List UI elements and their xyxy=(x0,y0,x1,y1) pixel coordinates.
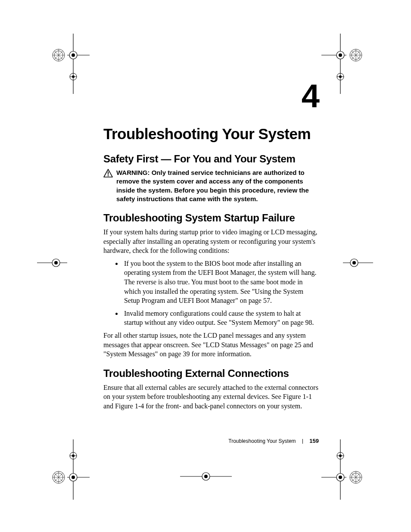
paragraph: If your system halts during startup prio… xyxy=(103,227,319,255)
svg-point-23 xyxy=(352,51,360,59)
section-heading: Troubleshooting System Startup Failure xyxy=(103,212,319,224)
page-footer: Troubleshooting Your System 159 xyxy=(103,438,319,444)
svg-point-57 xyxy=(336,473,344,481)
svg-point-43 xyxy=(54,473,63,482)
svg-point-67 xyxy=(108,175,109,176)
svg-point-33 xyxy=(352,261,356,264)
page-number: 159 xyxy=(309,438,319,444)
registration-mark-bottom-right xyxy=(321,439,364,500)
section-heading: Troubleshooting External Connections xyxy=(103,367,319,380)
svg-point-18 xyxy=(337,73,344,80)
svg-point-59 xyxy=(350,471,362,483)
svg-point-38 xyxy=(72,454,75,457)
page-content: 4 Troubleshooting Your System Safety Fir… xyxy=(103,80,319,420)
svg-line-47 xyxy=(54,473,63,482)
svg-line-4 xyxy=(54,51,63,59)
list-item: Invalid memory configurations could caus… xyxy=(122,309,319,327)
svg-point-21 xyxy=(339,75,342,78)
svg-point-41 xyxy=(72,476,75,479)
registration-mark-bottom-left xyxy=(51,439,90,500)
svg-line-46 xyxy=(54,473,63,482)
svg-point-42 xyxy=(53,471,65,483)
bullet-list: If you boot the system to the BIOS boot … xyxy=(103,259,319,327)
svg-point-22 xyxy=(350,49,362,61)
section-heading: Safety First — For You and Your System xyxy=(103,153,319,165)
svg-point-30 xyxy=(54,261,58,264)
svg-line-5 xyxy=(54,51,63,59)
svg-point-58 xyxy=(339,476,342,479)
registration-mark-top-right xyxy=(321,34,364,94)
svg-line-64 xyxy=(352,473,360,482)
svg-point-55 xyxy=(339,454,342,457)
svg-line-63 xyxy=(352,473,360,482)
registration-mark-top-left xyxy=(51,34,90,94)
registration-mark-bottom-center xyxy=(180,464,232,489)
chapter-title: Troubleshooting Your System xyxy=(103,125,319,143)
svg-point-40 xyxy=(69,473,77,481)
registration-mark-mid-left xyxy=(37,250,67,276)
list-item: If you boot the system to the BIOS boot … xyxy=(122,259,319,305)
svg-point-50 xyxy=(204,475,208,478)
warning-icon xyxy=(103,169,113,179)
page: 4 Troubleshooting Your System Safety Fir… xyxy=(0,0,411,532)
svg-point-9 xyxy=(72,53,75,57)
svg-point-8 xyxy=(69,51,77,59)
warning-label: WARNING: xyxy=(116,169,150,176)
svg-point-35 xyxy=(70,452,77,459)
svg-line-26 xyxy=(352,51,360,59)
paragraph: Ensure that all external cables are secu… xyxy=(103,383,319,411)
svg-line-27 xyxy=(352,51,360,59)
section-external: Troubleshooting External Connections Ens… xyxy=(103,367,319,411)
footer-title: Troubleshooting Your System xyxy=(228,438,296,444)
svg-point-16 xyxy=(336,51,344,59)
svg-point-52 xyxy=(337,452,344,459)
warning-block: WARNING: Only trained service technician… xyxy=(103,168,319,203)
section-safety: Safety First — For You and Your System W… xyxy=(103,153,319,203)
svg-point-0 xyxy=(53,49,65,61)
svg-point-13 xyxy=(72,75,75,78)
warning-text: WARNING: Only trained service technician… xyxy=(116,168,319,203)
svg-point-32 xyxy=(350,259,358,267)
svg-point-1 xyxy=(54,51,63,59)
section-startup: Troubleshooting System Startup Failure I… xyxy=(103,212,319,359)
svg-point-49 xyxy=(202,473,210,480)
svg-point-10 xyxy=(70,73,77,80)
paragraph: For all other startup issues, note the L… xyxy=(103,331,319,359)
svg-point-17 xyxy=(339,53,342,57)
svg-point-29 xyxy=(52,259,60,267)
registration-mark-mid-right xyxy=(343,250,373,276)
chapter-number: 4 xyxy=(103,80,319,112)
svg-point-60 xyxy=(352,473,360,482)
footer-separator xyxy=(302,439,303,444)
